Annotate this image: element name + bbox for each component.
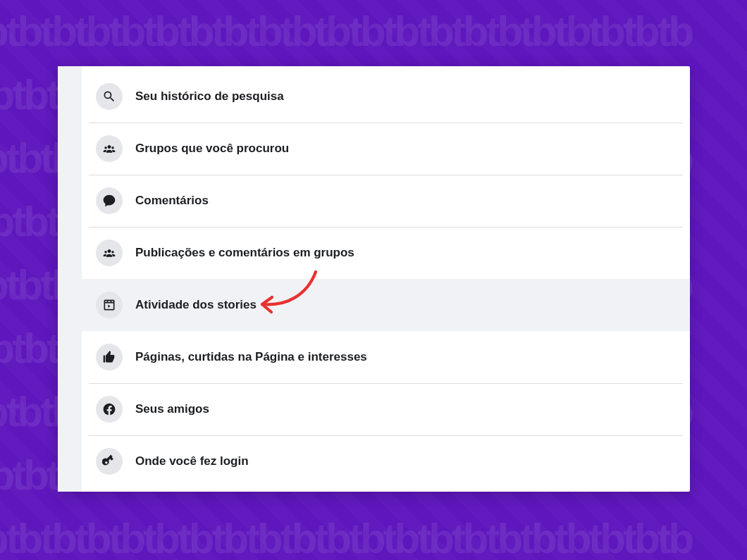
menu-item-pages-likes[interactable]: Páginas, curtidas na Página e interesses <box>82 331 690 383</box>
comment-icon <box>96 187 123 214</box>
sidebar-strip <box>58 66 82 492</box>
settings-panel: Seu histórico de pesquisaGrupos que você… <box>58 66 690 492</box>
search-icon <box>96 83 123 110</box>
menu-item-label: Páginas, curtidas na Página e interesses <box>135 350 367 364</box>
menu-item-where-logged-in[interactable]: Onde você fez login <box>82 435 690 487</box>
menu-item-groups-searched[interactable]: Grupos que você procurou <box>82 123 690 175</box>
menu-item-label: Grupos que você procurou <box>135 142 289 156</box>
menu-list: Seu histórico de pesquisaGrupos que você… <box>82 66 690 492</box>
menu-item-label: Atividade dos stories <box>135 298 257 312</box>
groups-icon <box>96 135 123 162</box>
menu-item-comments[interactable]: Comentários <box>82 175 690 227</box>
menu-item-label: Comentários <box>135 194 209 208</box>
stories-icon <box>96 292 123 318</box>
menu-item-label: Onde você fez login <box>135 454 249 468</box>
groups-icon <box>96 239 123 266</box>
menu-item-search-history[interactable]: Seu histórico de pesquisa <box>82 70 690 123</box>
menu-item-label: Publicações e comentários em grupos <box>135 246 354 260</box>
menu-item-your-friends[interactable]: Seus amigos <box>82 383 690 435</box>
menu-item-label: Seus amigos <box>135 402 209 416</box>
menu-item-group-posts-comments[interactable]: Publicações e comentários em grupos <box>82 227 690 279</box>
menu-item-label: Seu histórico de pesquisa <box>135 89 284 104</box>
key-icon <box>96 448 123 475</box>
like-icon <box>96 344 123 371</box>
facebook-icon <box>96 396 123 423</box>
menu-item-stories-activity[interactable]: Atividade dos stories <box>82 279 690 331</box>
